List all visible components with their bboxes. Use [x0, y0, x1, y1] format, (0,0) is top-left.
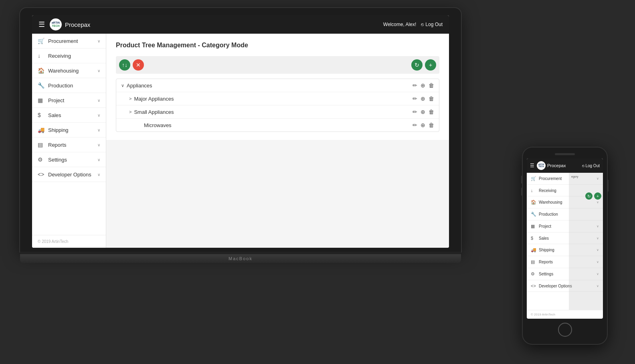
phone-sidebar-icon-5: $: [531, 236, 536, 241]
add-child-icon-3[interactable]: ⊕: [421, 122, 425, 128]
add-child-icon-2[interactable]: ⊕: [421, 109, 425, 115]
logo-text: aRTiNTECH: [52, 21, 60, 27]
sidebar-icon-9: <>: [38, 171, 45, 178]
sidebar-chevron-4: ∨: [97, 98, 100, 103]
sidebar-item-production[interactable]: 🔧 Production: [32, 78, 106, 93]
tree-row-indent: ∨ Appliances: [121, 83, 413, 89]
sidebar-chevron-0: ∨: [97, 39, 100, 43]
app-header: ☰ aRTiNTECH Procepax Welcome, Alex! ⎋ Lo…: [32, 15, 449, 34]
sidebar-item-warehousing[interactable]: 🏠 Warehousing ∨: [32, 63, 106, 78]
phone-overlay-add[interactable]: +: [594, 192, 601, 200]
phone-logout-button[interactable]: ⎋ Log Out: [582, 164, 600, 168]
sidebar-icon-8: ⚙: [38, 156, 45, 163]
phone-logo-text: aRTiNTECH: [538, 164, 544, 168]
sidebar-item-sales[interactable]: $ Sales ∨: [32, 108, 106, 123]
sidebar-label-4: Project: [48, 97, 97, 103]
sidebar-item-shipping[interactable]: 🚚 Shipping ∨: [32, 123, 106, 138]
laptop-bezel: ☰ aRTiNTECH Procepax Welcome, Alex! ⎋ Lo…: [20, 8, 461, 252]
phone-sidebar-icon-9: <>: [531, 283, 536, 288]
sidebar-label-3: Production: [48, 83, 100, 89]
edit-icon-3[interactable]: ✏: [413, 122, 417, 128]
sidebar-footer: © 2019 ArtinTech: [32, 235, 106, 248]
sidebar-item-procurement[interactable]: 🛒 Procurement ∨: [32, 34, 106, 49]
delete-icon-3[interactable]: 🗑: [429, 122, 434, 128]
sidebar-label-6: Shipping: [48, 127, 97, 133]
phone-overlay-text: egory: [569, 173, 603, 180]
sidebar-icon-4: ▦: [38, 97, 45, 103]
close-button[interactable]: ✕: [133, 59, 144, 71]
sidebar-nav: 🛒 Procurement ∨ ↓ Receiving 🏠 Warehousin…: [32, 34, 106, 235]
edit-icon-2[interactable]: ✏: [413, 109, 417, 115]
sidebar-icon-1: ↓: [38, 53, 45, 59]
edit-icon-0[interactable]: ✏: [413, 82, 417, 89]
sidebar-item-developer-options[interactable]: <> Developer Options ∨: [32, 167, 106, 182]
refresh-button[interactable]: ↻: [411, 59, 423, 71]
delete-icon-2[interactable]: 🗑: [429, 109, 434, 115]
logout-icon: ⎋: [421, 22, 424, 27]
main-content: Product Tree Management - Category Mode …: [106, 34, 449, 248]
page-title: Product Tree Management - Category Mode: [116, 42, 439, 49]
phone-sidebar-icon-0: 🛒: [531, 176, 536, 181]
toolbar-left: ↑↓ ✕: [119, 59, 411, 71]
phone-power-button: [607, 180, 609, 192]
tree-row-indent: > Small Appliances: [121, 109, 413, 115]
add-child-icon-0[interactable]: ⊕: [421, 82, 425, 89]
sidebar-chevron-7: ∨: [97, 143, 100, 147]
sidebar-item-reports[interactable]: ▤ Reports ∨: [32, 138, 106, 152]
move-up-button[interactable]: ↑↓: [119, 59, 130, 71]
app-body: 🛒 Procurement ∨ ↓ Receiving 🏠 Warehousin…: [32, 34, 449, 248]
tree-row: ∨ Appliances ✏ ⊕ 🗑: [116, 79, 439, 92]
delete-icon-1[interactable]: 🗑: [429, 95, 434, 102]
logout-button[interactable]: ⎋ Log Out: [421, 22, 443, 27]
sidebar: 🛒 Procurement ∨ ↓ Receiving 🏠 Warehousin…: [32, 34, 106, 248]
tree-item-label-0: Appliances: [127, 83, 152, 89]
phone-logout-icon: ⎋: [582, 164, 584, 168]
phone-home-button[interactable]: [558, 323, 572, 337]
tree-chevron-2[interactable]: >: [129, 109, 131, 114]
toolbar-right: ↻ +: [411, 59, 436, 71]
tree-row-actions-1: ✏ ⊕ 🗑: [413, 95, 434, 102]
logout-label: Log Out: [425, 22, 443, 27]
sidebar-label-2: Warehousing: [48, 68, 97, 74]
scene: ☰ aRTiNTECH Procepax Welcome, Alex! ⎋ Lo…: [0, 0, 635, 364]
tree-container: ∨ Appliances ✏ ⊕ 🗑 > Major Appliances ✏ …: [116, 79, 439, 132]
laptop: ☰ aRTiNTECH Procepax Welcome, Alex! ⎋ Lo…: [20, 8, 461, 263]
phone-sidebar-icon-3: 🔧: [531, 212, 536, 217]
phone-sidebar-icon-8: ⚙: [531, 271, 536, 277]
sidebar-item-receiving[interactable]: ↓ Receiving: [32, 49, 106, 63]
phone: ☰ aRTiNTECH Procepax ⎋ Log Out 🛒 Procure…: [523, 148, 607, 344]
sidebar-chevron-5: ∨: [97, 113, 100, 117]
tree-row: Microwaves ✏ ⊕ 🗑: [116, 119, 439, 131]
tree-row-actions-0: ✏ ⊕ 🗑: [413, 82, 434, 89]
tree-row: > Small Appliances ✏ ⊕ 🗑: [116, 105, 439, 119]
tree-toolbar: ↑↓ ✕ ↻ +: [116, 56, 439, 74]
sidebar-icon-7: ▤: [38, 142, 45, 148]
tree-row-actions-2: ✏ ⊕ 🗑: [413, 109, 434, 115]
sidebar-icon-2: 🏠: [38, 67, 45, 74]
phone-hamburger-icon[interactable]: ☰: [530, 163, 534, 168]
phone-app-name: Procepax: [547, 163, 582, 168]
sidebar-label-7: Reports: [48, 142, 97, 148]
sidebar-chevron-6: ∨: [97, 128, 100, 132]
phone-overlay-refresh[interactable]: ↻: [585, 192, 593, 200]
phone-sidebar-icon-4: ▦: [531, 224, 536, 229]
sidebar-item-project[interactable]: ▦ Project ∨: [32, 93, 106, 108]
sidebar-icon-5: $: [38, 112, 45, 118]
tree-item-label-3: Microwaves: [144, 122, 172, 128]
edit-icon-1[interactable]: ✏: [413, 95, 417, 102]
tree-chevron-1[interactable]: >: [129, 96, 131, 101]
phone-sidebar-icon-1: ↓: [531, 188, 536, 193]
sidebar-item-settings[interactable]: ⚙ Settings ∨: [32, 152, 106, 167]
sidebar-chevron-2: ∨: [97, 69, 100, 73]
sidebar-icon-6: 🚚: [38, 127, 45, 133]
add-child-icon-1[interactable]: ⊕: [421, 95, 425, 102]
tree-chevron-0[interactable]: ∨: [121, 83, 124, 88]
sidebar-icon-3: 🔧: [38, 82, 45, 89]
header-right: Welcome, Alex! ⎋ Log Out: [383, 22, 443, 27]
phone-sidebar-icon-6: 🚚: [531, 247, 536, 253]
sidebar-chevron-9: ∨: [97, 172, 100, 177]
sidebar-label-0: Procurement: [48, 38, 97, 44]
delete-icon-0[interactable]: 🗑: [429, 82, 434, 89]
add-button[interactable]: +: [425, 59, 436, 71]
hamburger-icon[interactable]: ☰: [38, 20, 45, 29]
